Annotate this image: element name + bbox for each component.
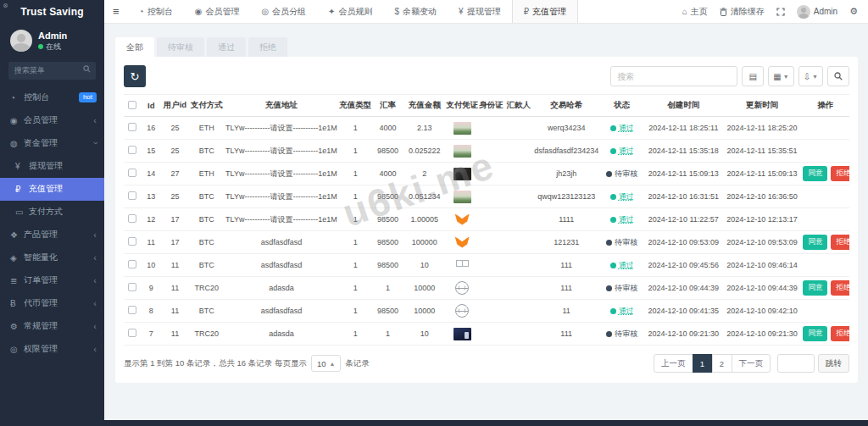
cell-amount: 0.051234 <box>403 185 446 208</box>
sidebar-item-recharge[interactable]: ₽充值管理 <box>0 178 104 201</box>
page-button-1[interactable]: 1 <box>693 354 713 373</box>
tab-pending[interactable]: 待审核 <box>157 37 204 57</box>
cell-uid: 17 <box>161 208 188 231</box>
voucher-fox-thumb[interactable] <box>453 213 471 226</box>
status-dot-icon <box>606 285 612 291</box>
cell-id-card <box>478 140 504 163</box>
approve-button[interactable]: 同意 <box>803 166 827 181</box>
sidebar-item-permissions[interactable]: ◎权限管理‹ <box>0 338 104 361</box>
approve-button[interactable]: 同意 <box>803 326 827 341</box>
row-checkbox[interactable] <box>128 306 136 314</box>
cell-actions <box>801 140 849 163</box>
table-row: 1011BTCasdfasdfasd19850010111通过2024-12-1… <box>124 254 849 277</box>
admin-profile: Admin 在线 <box>0 24 104 59</box>
row-select-cell <box>124 163 141 185</box>
voucher-dark-thumb[interactable] <box>453 168 471 180</box>
page-button-2[interactable]: 2 <box>712 354 732 373</box>
table-search-input[interactable] <box>610 66 737 86</box>
sidebar-item-quant[interactable]: ◈智能量化‹ <box>0 246 104 269</box>
row-checkbox[interactable] <box>128 169 136 177</box>
status-badge[interactable]: 通过 <box>610 124 634 132</box>
status-badge[interactable]: 通过 <box>610 147 634 155</box>
cell-method: BTC <box>189 185 225 208</box>
row-checkbox[interactable] <box>128 260 136 268</box>
cell-amount: 2 <box>403 163 446 185</box>
status-badge[interactable]: 通过 <box>610 192 634 201</box>
sidebar-item-label: 智能量化 <box>24 252 93 263</box>
topnav-item-dashboard[interactable]: ◔控制台 <box>128 0 184 23</box>
tab-rejected[interactable]: 拒绝 <box>248 37 287 57</box>
topnav-item-recharge[interactable]: ₽充值管理 <box>512 0 578 23</box>
topnav-item-members[interactable]: ◉会员管理 <box>184 0 251 23</box>
clear-cache-link[interactable]: 清除缓存 <box>720 6 765 18</box>
home-link[interactable]: ⌂主页 <box>682 6 708 18</box>
topnav-item-balance-changes[interactable]: $余额变动 <box>384 0 448 23</box>
cell-type: 1 <box>338 300 372 323</box>
gear-icon[interactable]: ⚙ <box>849 6 858 17</box>
voucher-globe-thumb[interactable] <box>455 304 469 318</box>
search-icon[interactable] <box>83 65 91 73</box>
topnav-item-withdraw[interactable]: ¥提现管理 <box>448 0 512 23</box>
power-icon[interactable]: ⊗ <box>3 2 8 9</box>
fullscreen-icon[interactable] <box>776 8 785 16</box>
tab-all[interactable]: 全部 <box>115 37 154 57</box>
sidebar-item-dashboard[interactable]: ◔控制台hot <box>0 86 104 109</box>
voucher-darkblue-thumb[interactable] <box>453 328 471 340</box>
reject-button[interactable]: 拒绝 <box>831 280 849 296</box>
per-page-select[interactable]: 10▲ <box>311 355 342 372</box>
prev-page-button[interactable]: 上一页 <box>654 354 693 373</box>
row-checkbox[interactable] <box>128 123 136 131</box>
columns-button[interactable]: ▦▼ <box>768 66 793 86</box>
cell-id: 8 <box>141 300 161 323</box>
approve-button[interactable]: 同意 <box>803 280 827 296</box>
topbar-user[interactable]: Admin <box>797 5 837 19</box>
yen-icon: ¥ <box>15 162 29 171</box>
sidebar-item-products[interactable]: ❖产品管理‹ <box>0 224 104 246</box>
tab-approved[interactable]: 通过 <box>207 37 246 57</box>
sidebar-item-funds[interactable]: ◍资金管理‹ <box>0 132 104 155</box>
status-badge[interactable]: 通过 <box>610 215 634 224</box>
search-button[interactable] <box>827 66 849 86</box>
row-checkbox[interactable] <box>128 146 136 154</box>
voucher-fox-thumb[interactable] <box>453 236 471 249</box>
sidebar-item-tokens[interactable]: Ƀ代币管理‹ <box>0 292 104 315</box>
row-checkbox[interactable] <box>128 329 136 337</box>
sidebar-item-orders[interactable]: ≣订单管理‹ <box>0 269 104 292</box>
sidebar-item-withdraw[interactable]: ¥提现管理 <box>0 155 104 178</box>
next-page-button[interactable]: 下一页 <box>732 354 771 373</box>
voucher-photo-thumb[interactable] <box>453 191 471 203</box>
sidebar-item-members[interactable]: ◉会员管理‹ <box>0 109 104 132</box>
status-badge[interactable]: 通过 <box>610 261 634 269</box>
ruble-icon: ₽ <box>524 7 529 16</box>
refresh-button[interactable]: ↻ <box>124 65 146 87</box>
status-badge[interactable]: 通过 <box>610 307 634 315</box>
topnav-item-member-groups[interactable]: ◎会员分组 <box>250 0 317 23</box>
cell-created: 2024-12-11 15:35:18 <box>644 140 723 163</box>
row-checkbox[interactable] <box>128 283 136 291</box>
topnav-item-member-rules[interactable]: ✦会员规则 <box>317 0 383 23</box>
hamburger-icon[interactable]: ≡ <box>104 5 128 18</box>
row-checkbox[interactable] <box>128 237 136 246</box>
export-button[interactable]: ⇩▼ <box>798 66 823 86</box>
row-checkbox[interactable] <box>128 191 136 200</box>
reject-button[interactable]: 拒绝 <box>831 166 849 181</box>
select-all-checkbox[interactable] <box>128 101 136 109</box>
voucher-globe-thumb[interactable] <box>455 281 469 295</box>
row-checkbox[interactable] <box>128 214 136 223</box>
jump-page-input[interactable] <box>777 354 815 373</box>
voucher-photo-thumb[interactable] <box>453 122 471 135</box>
sidebar-item-payment[interactable]: ▭支付方式 <box>0 201 104 224</box>
jump-button[interactable]: 跳转 <box>818 354 849 373</box>
avatar[interactable] <box>10 30 32 52</box>
sidebar-item-general[interactable]: ⚙常规管理‹ <box>0 315 104 338</box>
approve-button[interactable]: 同意 <box>803 235 827 250</box>
reject-button[interactable]: 拒绝 <box>831 326 849 341</box>
cell-status: 通过 <box>600 140 644 163</box>
cell-id-card <box>478 231 504 254</box>
voucher-photo-thumb[interactable] <box>453 145 471 158</box>
toggle-view-button[interactable]: ▤ <box>742 66 764 86</box>
cell-uid: 17 <box>161 231 188 254</box>
voucher-qr-thumb[interactable] <box>453 259 471 272</box>
reject-button[interactable]: 拒绝 <box>831 235 849 250</box>
hot-badge: hot <box>79 92 97 102</box>
